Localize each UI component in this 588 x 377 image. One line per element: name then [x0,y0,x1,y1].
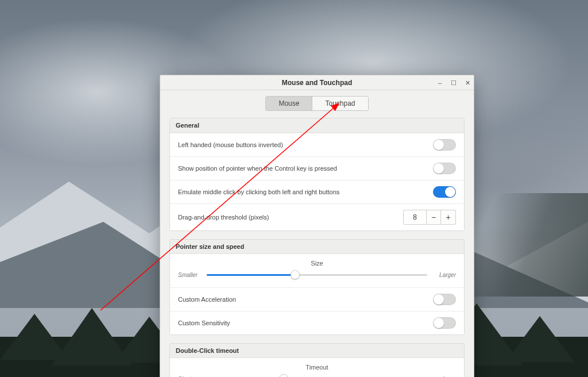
drag-threshold-increment[interactable]: + [441,210,456,225]
panel-doubleclick-header: Double-Click timeout [170,344,464,358]
plus-icon: + [446,213,450,222]
timeout-title: Timeout [178,364,456,371]
panel-doubleclick: Double-Click timeout Timeout Short Long … [169,343,465,377]
toggle-custom-acceleration[interactable] [433,294,456,305]
panel-pointer: Pointer size and speed Size Smaller Larg… [169,239,465,335]
label-custom-sensitivity: Custom Sensitivity [178,320,230,326]
row-custom-sensitivity: Custom Sensitivity [170,311,464,334]
toggle-emulate-middle[interactable] [433,186,456,198]
label-emulate-middle: Emulate middle click by clicking both le… [178,188,339,195]
tab-segment: Mouse Touchpad [265,96,368,111]
pointer-size-larger-label: Larger [433,272,456,278]
desktop-wallpaper: Mouse and Touchpad – ☐ ✕ Mouse Touchpad … [0,0,588,377]
window-title: Mouse and Touchpad [164,79,470,87]
mouse-touchpad-window: Mouse and Touchpad – ☐ ✕ Mouse Touchpad … [160,75,474,377]
doubleclick-timeout-block: Timeout Short Long [170,358,464,377]
stepper-drag-threshold: − + [403,210,456,225]
row-custom-acceleration: Custom Acceleration [170,287,464,311]
tab-row: Mouse Touchpad [160,90,474,118]
label-left-handed: Left handed (mouse buttons inverted) [178,141,283,148]
maximize-button[interactable]: ☐ [450,79,458,87]
tab-touchpad[interactable]: Touchpad [312,97,368,110]
titlebar[interactable]: Mouse and Touchpad – ☐ ✕ [160,75,474,90]
row-drag-threshold: Drag-and-drop threshold (pixels) − + [170,203,464,230]
pointer-size-block: Size Smaller Larger [170,254,464,287]
row-emulate-middle: Emulate middle click by clicking both le… [170,180,464,203]
toggle-left-handed[interactable] [433,139,456,151]
panel-general: General Left handed (mouse buttons inver… [169,118,465,231]
toggle-show-pointer[interactable] [433,163,456,174]
pointer-size-slider[interactable] [207,270,427,279]
drag-threshold-input[interactable] [403,210,426,225]
close-button[interactable]: ✕ [463,79,471,87]
tab-mouse[interactable]: Mouse [266,97,312,110]
label-drag-threshold: Drag-and-drop threshold (pixels) [178,214,269,221]
pointer-size-smaller-label: Smaller [178,272,201,278]
toggle-custom-sensitivity[interactable] [433,317,456,329]
label-custom-acceleration: Custom Acceleration [178,296,236,303]
minus-icon: − [431,213,436,222]
label-show-pointer: Show position of pointer when the Contro… [178,165,337,172]
row-show-pointer: Show position of pointer when the Contro… [170,156,464,180]
panel-pointer-header: Pointer size and speed [170,240,464,254]
minimize-button[interactable]: – [436,79,444,86]
row-left-handed: Left handed (mouse buttons inverted) [170,133,464,156]
panel-general-header: General [170,118,464,133]
timeout-slider[interactable] [207,374,427,377]
drag-threshold-decrement[interactable]: − [426,210,441,225]
pointer-size-title: Size [178,260,456,267]
